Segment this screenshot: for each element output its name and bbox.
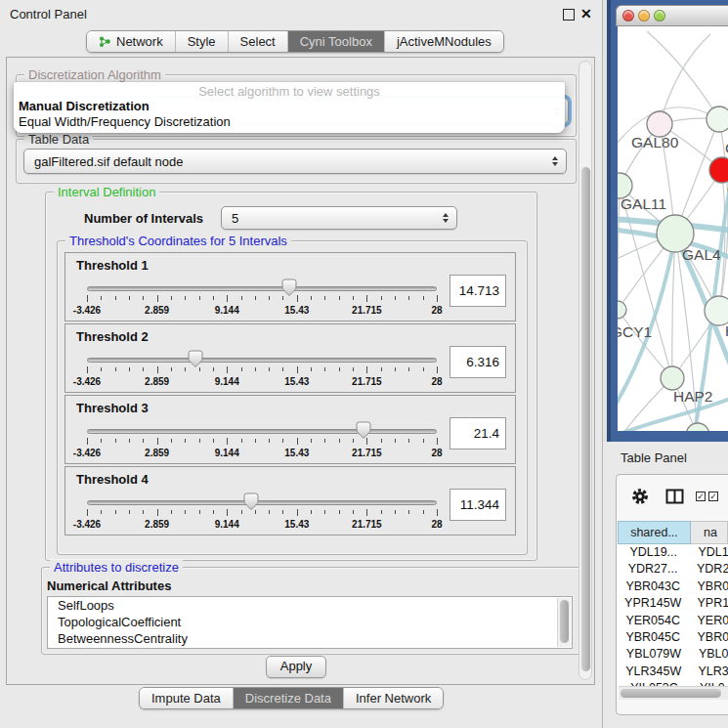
threshold-value-input[interactable]	[450, 275, 506, 307]
algorithm-option-equal-width-frequency-discretization[interactable]: Equal Width/Frequency Discretization	[14, 114, 565, 130]
table-data-select[interactable]: galFiltered.sif default node	[23, 149, 567, 174]
split-view-icon[interactable]	[665, 489, 684, 504]
slider-ticks	[87, 438, 437, 447]
attribute-item-topologicalcoefficient[interactable]: TopologicalCoefficient	[48, 614, 572, 630]
cell-shared-name: YDR27...	[618, 561, 688, 578]
panel-scrollbar[interactable]	[578, 61, 592, 680]
cell-shared-name: YPR145W	[618, 595, 688, 612]
tick-label: 28	[431, 448, 442, 458]
column-header-shared-name[interactable]: shared...	[618, 521, 691, 544]
close-traffic-light-icon[interactable]	[622, 10, 634, 21]
combo-stepper-icon	[443, 213, 449, 223]
tick-label: 15.43	[284, 448, 309, 458]
float-window-icon[interactable]	[563, 9, 575, 21]
table-row[interactable]: YDL19...YDL1	[618, 544, 728, 561]
network-node[interactable]	[705, 296, 728, 325]
network-node[interactable]	[709, 157, 728, 183]
tab-network[interactable]: Network	[87, 31, 175, 52]
table-horizontal-scrollbar[interactable]	[619, 686, 728, 700]
node-label: GCY1	[618, 323, 652, 340]
list-scrollbar[interactable]	[557, 598, 571, 647]
checkbox-icon[interactable]: ✓	[696, 492, 706, 501]
threshold-slider[interactable]: -3.4262.8599.14415.4321.71528	[87, 419, 437, 462]
network-edge[interactable]	[647, 31, 719, 119]
tab-label: Discretize Data	[245, 691, 331, 706]
tick-label: 21.715	[352, 376, 382, 387]
network-node[interactable]	[618, 301, 626, 319]
gear-icon[interactable]	[631, 488, 649, 505]
cell-name: YDL1	[689, 544, 728, 561]
table-rows: YDL19...YDL1YDR27...YDR2YBR043CYBR0YPR14…	[618, 544, 728, 698]
table-row[interactable]: YER054CYER0	[618, 613, 728, 629]
threshold-value-input[interactable]	[450, 417, 506, 450]
table-row[interactable]: YBL079WYBL0	[618, 646, 728, 663]
tick-label: 21.715	[352, 448, 382, 458]
tick-label: 21.715	[352, 305, 382, 316]
threshold-panel-2: Threshold 2-3.4262.8599.14415.4321.71528	[64, 323, 516, 393]
tab-select[interactable]: Select	[228, 31, 287, 52]
number-of-intervals-select[interactable]: 5	[221, 206, 457, 230]
tick-label: 9.144	[215, 519, 239, 530]
network-node[interactable]	[661, 366, 684, 390]
threshold-value-input[interactable]	[450, 346, 506, 378]
network-node[interactable]	[707, 107, 728, 132]
tick-label: 15.43	[284, 376, 309, 387]
control-panel-window: Control Panel ✕ NetworkStyleSelectCyni T…	[0, 0, 603, 728]
tick-label: 2.859	[145, 448, 169, 458]
network-edge[interactable]	[618, 186, 620, 310]
tick-label: 15.43	[284, 519, 309, 530]
network-icon	[99, 35, 111, 48]
table-panel-title: Table Panel	[621, 450, 687, 465]
threshold-value-input[interactable]	[450, 489, 506, 521]
numerical-attributes-list[interactable]: SelfLoopsTopologicalCoefficientBetweenne…	[47, 596, 573, 649]
network-node[interactable]	[686, 423, 709, 431]
attributes-group-label: Attributes to discretize	[50, 560, 183, 575]
threshold-panel-4: Threshold 4-3.4262.8599.14415.4321.71528	[64, 466, 516, 535]
cyni-mode-tabs: Impute DataDiscretize DataInfer Network	[139, 687, 444, 709]
node-label: GAL4	[682, 246, 721, 263]
tab-label: Infer Network	[356, 691, 431, 706]
threshold-slider[interactable]: -3.4262.8599.14415.4321.71528	[87, 348, 437, 391]
minimize-traffic-light-icon[interactable]	[638, 10, 650, 21]
node-label: HAP2	[673, 388, 713, 405]
tab-label: jActiveMNodules	[397, 34, 492, 49]
tab-style[interactable]: Style	[175, 31, 228, 52]
number-of-intervals-label: Number of Intervals	[84, 211, 203, 226]
table-row[interactable]: YBR045CYBR0	[618, 629, 728, 646]
tick-label: 2.859	[145, 376, 169, 387]
tab-impute-data[interactable]: Impute Data	[140, 688, 233, 708]
cell-name: YBL0	[690, 646, 728, 663]
slider-tick-labels: -3.4262.8599.14415.4321.71528	[87, 448, 437, 459]
threshold-slider[interactable]: -3.4262.8599.14415.4321.71528	[87, 491, 437, 534]
attribute-item-selfloops[interactable]: SelfLoops	[48, 597, 572, 614]
control-panel-tabs: NetworkStyleSelectCyni ToolboxjActiveMNo…	[86, 30, 504, 53]
tab-jactivemnodules[interactable]: jActiveMNodules	[384, 31, 503, 52]
network-canvas[interactable]: GAL80G.CGAL11GAL4GCY1HHAP2	[618, 26, 728, 431]
table-row[interactable]: YPR145WYPR1	[618, 595, 728, 612]
slider-track	[87, 429, 437, 434]
tab-discretize-data[interactable]: Discretize Data	[233, 688, 343, 708]
tab-infer-network[interactable]: Infer Network	[343, 688, 443, 708]
table-row[interactable]: YBR043CYBR0	[618, 578, 728, 595]
algorithm-options: Manual DiscretizationEqual Width/Frequen…	[14, 99, 565, 130]
cell-name: YBR0	[688, 629, 728, 646]
apply-button[interactable]: Apply	[266, 656, 326, 678]
tab-cyni-toolbox[interactable]: Cyni Toolbox	[287, 31, 384, 52]
checkbox-icon[interactable]: ✓	[708, 492, 718, 501]
tab-label: Style	[188, 34, 216, 49]
window-title: Control Panel	[10, 7, 87, 21]
table-row[interactable]: YDR27...YDR2	[618, 561, 728, 578]
tick-label: 21.715	[352, 519, 382, 530]
cell-shared-name: YBL079W	[618, 646, 690, 663]
table-row[interactable]: YLR345WYLR3	[618, 664, 728, 680]
column-header-name[interactable]: na	[691, 521, 728, 544]
tick-label: 2.859	[145, 305, 169, 316]
close-window-icon[interactable]: ✕	[580, 6, 592, 21]
cell-shared-name: YLR345W	[618, 664, 689, 680]
attribute-item-betweennesscentrality[interactable]: BetweennessCentrality	[48, 630, 572, 647]
threshold-label: Threshold 4	[76, 472, 149, 487]
zoom-traffic-light-icon[interactable]	[654, 10, 665, 21]
network-edge[interactable]	[660, 34, 710, 124]
threshold-slider[interactable]: -3.4262.8599.14415.4321.71528	[87, 277, 437, 320]
algorithm-option-manual-discretization[interactable]: Manual Discretization	[14, 99, 565, 114]
